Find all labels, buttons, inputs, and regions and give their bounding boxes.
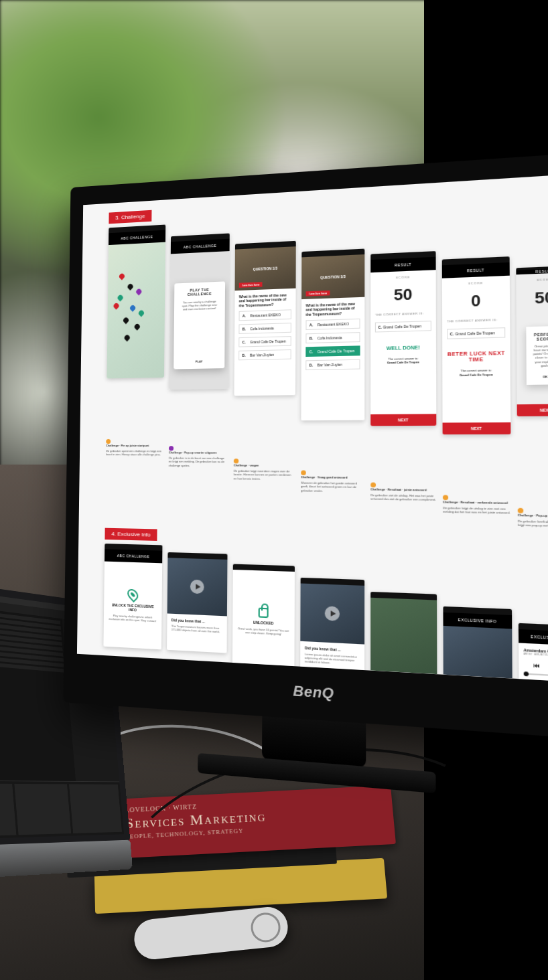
perfect-title: PERFECT SCORE [533,332,548,341]
video-thumb[interactable] [443,626,512,682]
artboard-row-challenge: ABC CHALLENGE ABC CHALLENGE [86,201,548,435]
well-done: WELL DONE! [375,345,431,351]
next-button[interactable]: NEXT [370,414,436,426]
artboard-result-wrong[interactable]: RESULT SCORE 0 THE CORRECT ANSWER IS: C.… [442,256,511,434]
live-badge: I am live here [239,282,263,288]
note-6: Challenge · Resultaat · verkeerde antwoo… [443,495,511,519]
artboard-video-3[interactable]: EXCLUSIVE INFO Did you know that ... Lor… [443,606,512,683]
option-d[interactable]: D.Bar Van Zuylen [238,349,291,360]
question-text: What is the name of the new and happenin… [239,293,291,307]
live-badge: I am live here [306,291,330,297]
play-button[interactable]: PLAY [196,359,203,363]
dyk-title: Did you know that ... [305,645,360,653]
artboard-result-correct[interactable]: RESULT SCORE 50 THE CORRECT ANSWER IS: C… [370,251,436,426]
note-3: Challenge · vragenDe gebruiker krijgt me… [234,459,295,485]
artboard-video-1[interactable]: Did you know that ... The Tropenmuseum h… [167,552,227,653]
question-text: What is the name of the new and happenin… [305,301,360,316]
video-thumb[interactable] [300,583,364,644]
artboard-question[interactable]: QUESTION 1/3 I am live here What is the … [234,241,295,396]
option-c-selected[interactable]: C.Grand Cafe De Tropen [305,345,360,357]
note-7: Challenge · Pop-up perfecte scoreDe gebr… [518,508,548,533]
question-label: QUESTION 1/3 [253,266,277,271]
score-value: 50 [375,284,431,305]
lock-open-icon [259,607,269,618]
artboard-map[interactable]: ABC CHALLENGE [107,225,165,379]
note-4: Challenge · Vraag goed antwoordWanneer d… [301,471,364,497]
player-controls[interactable]: ⏮ ▶ ⏭ [524,661,548,671]
progress-bar[interactable] [524,673,548,677]
artboard-question-selected[interactable]: QUESTION 1/3 I am live here What is the … [301,249,364,421]
dyk-body: Lorem ipsum dolor sit amet consectetur a… [305,652,360,666]
unlock-title: UNLOCK THE EXCLUSIVE INFO [108,602,157,613]
pin-icon [125,586,141,602]
artboard-audio-player[interactable]: EXCLUSIVE INFO Amsterdam City ARTIST · A… [519,623,548,683]
option-a[interactable]: A.Restaurant EKEKO [238,309,291,321]
section-label-challenge: 3. Challenge [109,210,151,224]
option-b[interactable]: B.Cofa Indonesia [305,332,360,343]
option-b[interactable]: B.Cofa Indonesia [238,323,291,334]
question-hero: QUESTION 1/3 I am live here [301,254,364,299]
next-button[interactable]: NEXT [443,422,511,434]
prev-icon[interactable]: ⏮ [533,662,540,669]
artboard-play-modal[interactable]: ABC CHALLENGE PLAY THE CHALLENGE You are… [169,233,230,390]
correct-answer-label: THE CORRECT ANSWER IS: [375,311,431,317]
artboard-unlock[interactable]: ABC CHALLENGE UNLOCK THE EXCLUSIVE INFO … [103,544,162,649]
artboard-image-scroll[interactable] [370,592,437,683]
score-label: SCORE [521,277,548,282]
score-value: 50 [521,287,548,308]
monitor-screen: 3. Challenge ABC CHALLENGE [77,173,548,683]
correct-answer: C. Grand Cafe De Tropen [375,321,431,332]
annotation-row: Challenge · Pin op juiste startpuntDe ge… [85,438,548,532]
result-subline: The correct answer is:Grand Cafe De Trop… [447,368,505,377]
modal-title: PLAY THE CHALLENGE [180,287,219,297]
note-5: Challenge · Resultaat · juiste antwoordD… [370,483,437,506]
option-d[interactable]: D.Bar Van Zuylen [305,359,360,370]
unlocked-body: Great work, you have 10 points! You are … [236,627,290,637]
unlock-body: Play nearby challenges to unlock exclusi… [108,613,157,623]
note-1: Challenge · Pin op juiste startpuntDe ge… [106,439,163,461]
monitor-brand: BenQ [293,683,334,701]
result-subline: The correct answer is:Grand Cafe De Trop… [375,356,431,365]
ide-timeline[interactable] [0,780,124,839]
dyk-title: Did you know that ... [172,618,223,625]
track-artist: ARTIST · ALBUM TITLE [524,652,548,658]
artboard-perfect-score[interactable]: RESULT SCORE 50 PERFECT SCORE Great job!… [516,266,548,416]
modal-body: You are nearby a challenge spot. Play th… [180,299,220,311]
ok-button[interactable]: OK [533,375,548,379]
dyk-body: The Tropenmuseum houses more than 175.00… [171,624,222,634]
perfect-body: Great job! You have earned 50 points! On… [533,344,548,368]
option-c[interactable]: C.Grand Cafe De Tropen [238,336,291,347]
score-label: SCORE [375,274,431,280]
unlocked-title: UNLOCKED [253,620,273,625]
play-icon[interactable] [325,606,340,621]
design-canvas[interactable]: 3. Challenge ABC CHALLENGE [77,173,548,683]
map-view[interactable] [107,242,165,379]
score-label: SCORE [447,280,505,287]
play-modal: PLAY THE CHALLENGE You are nearby a chal… [174,281,225,369]
question-label: QUESTION 1/3 [320,274,346,280]
modal-backdrop: PLAY THE CHALLENGE You are nearby a chal… [169,251,230,390]
option-a[interactable]: A.Restaurant EKEKO [305,319,360,330]
better-luck: BETER LUCK NEXT TIME [447,350,505,363]
artboard-unlocked[interactable]: UNLOCKED Great work, you have 10 points!… [232,564,295,673]
artboard-video-2[interactable]: Did you know that ... Lorem ipsum dolor … [300,578,364,683]
note-2: Challenge · Pop-up smarter uitgavenDe ge… [169,446,228,471]
play-icon[interactable] [190,579,204,594]
section-label-exclusive: 4. Exclusive Info [105,527,157,540]
scroll-image[interactable] [370,598,437,683]
score-value: 0 [447,291,505,311]
question-hero: QUESTION 1/3 I am live here [235,246,296,291]
external-monitor: BenQ 3. Challenge ABC CHALLENGE [63,152,548,740]
next-button[interactable]: NEXT [517,404,548,416]
correct-answer-label: THE CORRECT ANSWER IS: [447,318,505,323]
correct-answer: C. Grand Cafe De Tropen [447,327,505,339]
video-thumb[interactable] [167,558,228,616]
